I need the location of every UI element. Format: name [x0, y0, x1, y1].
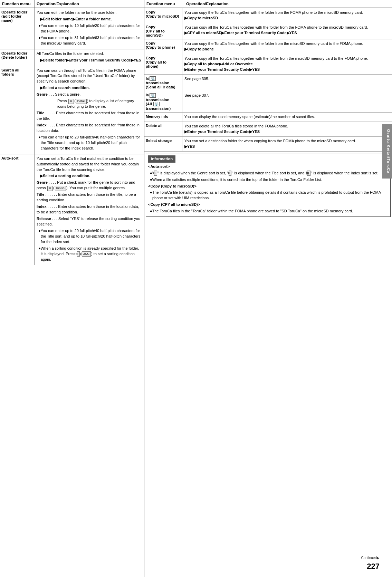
func-cell-delete-all: Delete all	[144, 122, 182, 136]
func-cell-cpy-all-microsd: Copy(CPY all to microSD)	[144, 23, 182, 39]
func-cell-copy-microsd: Copy(Copy to microSD)	[144, 8, 182, 23]
table-row: Search all folders You can search throug…	[0, 66, 144, 154]
table-row: Auto-sort You can set a ToruCa file that…	[0, 154, 144, 265]
info-bullet-cpy-all-microsd-1: ●The ToruCa files in the "ToruCa" folder…	[148, 209, 388, 214]
table-row: Copy(CPY all to microSD) You can copy al…	[144, 23, 392, 39]
table-row: Operate folder (Delete folder) All ToruC…	[0, 49, 144, 66]
op-cell-operate-delete: All ToruCa files in the folder are delet…	[35, 49, 144, 66]
op-cell-cpy-all-microsd: You can copy all the ToruCa files togeth…	[182, 23, 392, 39]
op-cell-select-storage: You can set a destination folder for whe…	[182, 137, 392, 151]
func-cell-ir-all: Ir/📡 transmission(All 📡 transmission)	[144, 91, 182, 112]
func-cell-operate-edit: Operate folder (Edit folder name)	[0, 8, 35, 49]
op-cell-delete-all: You can delete all the ToruCa files stor…	[182, 122, 392, 136]
func-cell-auto-sort: Auto-sort	[0, 154, 35, 265]
info-section-cpy-all-microsd-title: <Copy (CPY all to microSD)>	[148, 202, 388, 208]
information-box: Information <Auto-sort> ●"⊙" is displaye…	[146, 154, 391, 217]
table-row: Delete all You can delete all the ToruCa…	[144, 122, 392, 137]
right-header-op: Operation/Explanation	[184, 0, 392, 8]
page-number: 227	[367, 562, 380, 571]
info-bullet-autosort-1: ●"⊙" is displayed when the Genre sort is…	[148, 171, 388, 176]
op-cell-memory-info: You can display the used memory space (e…	[182, 113, 392, 122]
left-header-op: Operation/Explanation	[35, 0, 144, 8]
info-bullet-autosort-2: ●When a file satisfies multiple conditio…	[148, 177, 388, 183]
op-cell-search-all: You can search through all ToruCa files …	[35, 66, 144, 154]
continued-label: Continued▶	[361, 556, 380, 560]
op-cell-auto-sort: You can set a ToruCa file that matches t…	[35, 154, 144, 265]
func-cell-select-storage: Select storage	[144, 137, 182, 151]
func-cell-memory-info: Memory info	[144, 113, 182, 122]
info-header-label: Information	[148, 155, 175, 163]
info-section-copy-microsd-title: <Copy (Copy to microSD)>	[148, 184, 388, 189]
table-row: Copy(Copy all to phone) You can copy all…	[144, 54, 392, 75]
op-cell-copy-phone: You can copy the ToruCa files together w…	[182, 39, 392, 54]
table-row: Select storage You can set a destination…	[144, 137, 392, 152]
right-table-header: Function menu Operation/Explanation	[144, 0, 392, 8]
func-cell-search-all: Search all folders	[0, 66, 35, 154]
table-row: Copy(Copy to phone) You can copy the Tor…	[144, 39, 392, 54]
left-table-header: Function menu Operation/Explanation	[0, 0, 144, 8]
info-section-autosort-title: <Auto-sort>	[148, 164, 388, 170]
info-bullet-copy-microsd-1: ●The ToruCa file (details) is copied as …	[148, 190, 388, 201]
left-column: Function menu Operation/Explanation Oper…	[0, 0, 144, 577]
table-row: Ir/📡 transmission(All 📡 transmission) Se…	[144, 91, 392, 113]
side-tab: Osaitu-Keitai/ToruCa	[382, 124, 392, 179]
table-row: Operate folder (Edit folder name) You ca…	[0, 8, 144, 49]
op-cell-copy-microsd: You can copy the ToruCa files together w…	[182, 8, 392, 23]
table-row: Memory info You can display the used mem…	[144, 113, 392, 122]
func-cell-ir-send-all: Ir/📡 transmission(Send all Ir data)	[144, 75, 182, 91]
func-cell-copy-all-phone: Copy(Copy all to phone)	[144, 54, 182, 74]
func-cell-copy-phone: Copy(Copy to phone)	[144, 39, 182, 54]
table-row: Ir/📡 transmission(Send all Ir data) See …	[144, 75, 392, 92]
op-cell-copy-all-phone: You can copy all the ToruCa files togeth…	[182, 54, 392, 74]
op-cell-operate-edit: You can edit the folder name for the use…	[35, 8, 144, 49]
func-cell-operate-delete: Operate folder (Delete folder)	[0, 49, 35, 66]
left-header-func: Function menu	[0, 0, 35, 8]
op-cell-ir-send-all: See page 305.	[182, 75, 392, 91]
op-cell-ir-all: See page 307.	[182, 91, 392, 112]
right-column: Function menu Operation/Explanation Copy…	[144, 0, 392, 577]
right-header-func: Function menu	[144, 0, 184, 8]
table-row: Copy(Copy to microSD) You can copy the T…	[144, 8, 392, 23]
